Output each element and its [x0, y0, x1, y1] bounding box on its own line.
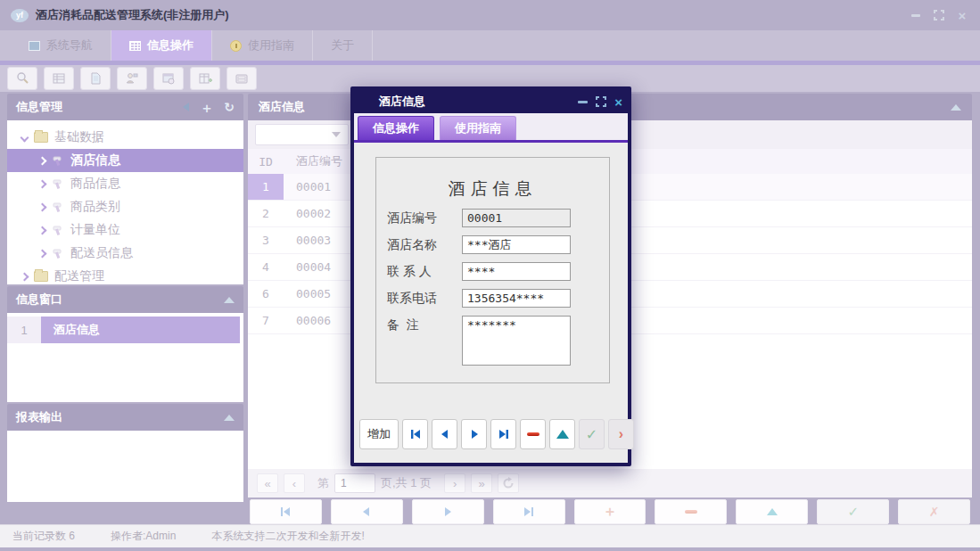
system-nav-icon: [29, 41, 40, 51]
hotel-name-field[interactable]: [462, 235, 571, 254]
next-record-button[interactable]: [461, 419, 487, 449]
last-record-button[interactable]: [490, 419, 516, 449]
archive-button[interactable]: [226, 67, 257, 90]
add-button[interactable]: 增加: [359, 419, 399, 449]
dialog-tab-bar: 信息操作 使用指南: [354, 113, 628, 143]
tree-node-unit[interactable]: 计量单位: [7, 218, 243, 242]
document-button[interactable]: [80, 67, 111, 90]
next-record-button[interactable]: [412, 499, 484, 524]
maximize-icon[interactable]: [932, 9, 946, 21]
list-item[interactable]: 1 酒店信息: [7, 317, 243, 343]
post-record-button[interactable]: ✓: [579, 419, 605, 449]
contact-person-field[interactable]: [462, 262, 571, 281]
last-page-button[interactable]: »: [471, 473, 492, 493]
prev-record-button[interactable]: [432, 419, 457, 449]
first-page-button[interactable]: «: [257, 473, 278, 493]
grid-add-button[interactable]: [190, 67, 220, 90]
tree-label: 商品信息: [70, 176, 120, 192]
tree-node-deliveryman-info[interactable]: 配送员信息: [7, 242, 243, 265]
pagination-bar: « ‹ 第 页,共 1 页 › »: [248, 469, 972, 498]
dialog-tab-user-guide[interactable]: 使用指南: [440, 116, 516, 140]
window-search-button[interactable]: [153, 67, 184, 90]
application-window: yf 酒店消耗品配送管理系统(非注册用户) × 系统导航 信息操作 使用指南 关…: [0, 0, 980, 551]
page-number-input[interactable]: [334, 473, 375, 493]
dialog-minimize-icon[interactable]: [578, 101, 588, 103]
edit-record-button[interactable]: [736, 499, 808, 524]
tree-node-hotel-info[interactable]: 酒店信息: [7, 149, 243, 172]
tree-node-goods-info[interactable]: 商品信息: [7, 172, 243, 195]
delete-record-button[interactable]: [520, 419, 546, 449]
contact-phone-field[interactable]: [462, 289, 571, 308]
search-button[interactable]: [7, 67, 37, 90]
cell-id: 7: [248, 308, 284, 333]
table-view-button[interactable]: [44, 67, 74, 90]
hotel-code-field[interactable]: [462, 209, 571, 227]
user-button[interactable]: [117, 67, 147, 90]
dialog-maximize-icon[interactable]: [596, 96, 606, 107]
chevron-down-icon[interactable]: [21, 133, 29, 142]
refresh-page-button[interactable]: [498, 473, 519, 493]
cell-id: 4: [248, 254, 284, 280]
tab-info-operation[interactable]: 信息操作: [111, 30, 212, 61]
chevron-right-icon[interactable]: [21, 272, 29, 281]
next-record-icon: [442, 506, 453, 517]
remark-field[interactable]: *******: [462, 316, 571, 366]
insert-record-button[interactable]: ＋: [574, 499, 646, 524]
grid-add-icon: [198, 71, 212, 86]
info-window-panel-header[interactable]: 信息窗口: [7, 286, 243, 313]
panel-title: 报表输出: [16, 409, 62, 425]
close-icon[interactable]: ×: [955, 9, 969, 21]
chevron-right-icon[interactable]: [38, 202, 47, 211]
navigation-tree: 基础数据 酒店信息 商品信息 商品类别 计量单位: [7, 120, 243, 284]
page-prefix-label: 第: [317, 475, 329, 491]
contact-person-label: 联 系 人: [387, 264, 455, 280]
dialog-close-icon[interactable]: ×: [614, 95, 622, 109]
chevron-right-icon[interactable]: [38, 226, 47, 234]
triangle-icon: [556, 430, 569, 439]
info-manage-panel-header[interactable]: 信息管理 ＋ ↻: [7, 94, 243, 120]
filter-field-select[interactable]: [255, 124, 349, 145]
chevron-right-icon[interactable]: [38, 156, 47, 165]
arrow-right-icon: ›: [619, 426, 623, 442]
prev-page-button[interactable]: ‹: [284, 473, 305, 493]
tab-about[interactable]: 关于: [313, 30, 373, 61]
tree-node-goods-category[interactable]: 商品类别: [7, 195, 243, 218]
tab-user-guide[interactable]: 使用指南: [212, 30, 313, 61]
prev-record-button[interactable]: [331, 499, 403, 524]
next-page-button[interactable]: ›: [444, 473, 465, 493]
cancel-record-button[interactable]: ✗: [898, 499, 970, 524]
collapse-up-icon[interactable]: [951, 104, 961, 111]
tree-node-base-data[interactable]: 基础数据: [7, 126, 243, 149]
tree-label: 商品类别: [70, 199, 120, 215]
grid-icon: [129, 41, 141, 51]
chevron-down-icon: [332, 132, 341, 137]
folder-icon: [34, 132, 48, 143]
add-icon[interactable]: ＋: [200, 101, 213, 114]
refresh-icon[interactable]: ↻: [224, 101, 235, 113]
panel-title: 信息窗口: [16, 292, 62, 308]
tab-label: 关于: [331, 37, 354, 53]
main-panel-title: 酒店信息: [259, 99, 305, 115]
collapse-left-icon[interactable]: [183, 103, 189, 111]
last-record-icon: [498, 429, 510, 440]
chevron-right-icon[interactable]: [38, 249, 47, 258]
titlebar: yf 酒店消耗品配送管理系统(非注册用户) ×: [0, 0, 980, 30]
dialog-tab-info-operation[interactable]: 信息操作: [358, 116, 434, 140]
post-record-button[interactable]: ✓: [817, 499, 889, 524]
first-record-icon: [409, 429, 422, 440]
chevron-right-icon[interactable]: [38, 179, 47, 188]
report-output-panel-header[interactable]: 报表输出: [7, 404, 243, 431]
first-record-button[interactable]: [402, 419, 428, 449]
minus-icon: [685, 510, 697, 514]
edit-record-button[interactable]: [549, 419, 575, 449]
last-record-button[interactable]: [493, 499, 565, 524]
delete-record-button[interactable]: [655, 499, 727, 524]
minimize-icon[interactable]: [909, 9, 923, 21]
cancel-record-button[interactable]: ›: [608, 419, 634, 449]
sidebar: 信息管理 ＋ ↻ 基础数据 酒店信息 商品信息: [7, 94, 243, 502]
tab-system-nav[interactable]: 系统导航: [11, 30, 111, 61]
first-record-button[interactable]: [250, 499, 322, 524]
collapse-up-icon[interactable]: [224, 415, 235, 421]
column-header-id[interactable]: ID: [248, 155, 284, 169]
collapse-up-icon[interactable]: [224, 297, 235, 303]
